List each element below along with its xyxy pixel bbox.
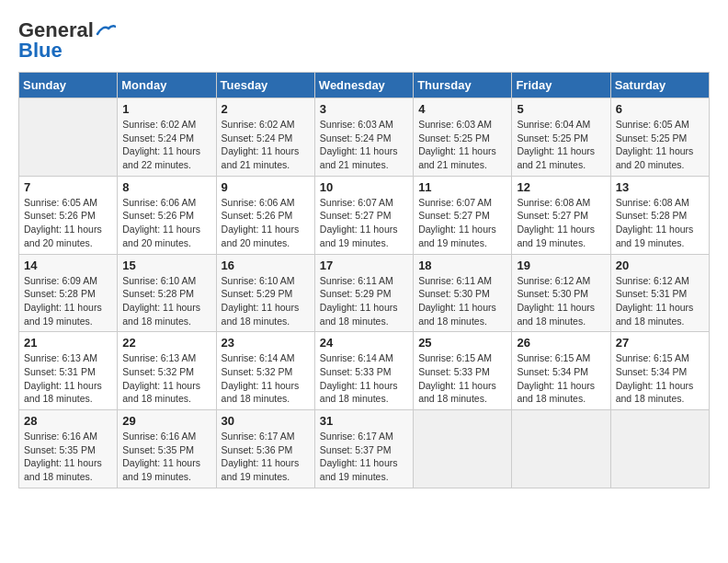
calendar-cell: 9Sunrise: 6:06 AM Sunset: 5:26 PM Daylig…: [216, 176, 314, 254]
day-number: 21: [24, 336, 112, 350]
calendar-cell: 15Sunrise: 6:10 AM Sunset: 5:28 PM Dayli…: [118, 254, 216, 332]
calendar-cell: [610, 410, 709, 488]
weekday-header-friday: Friday: [512, 73, 610, 98]
calendar-cell: 12Sunrise: 6:08 AM Sunset: 5:27 PM Dayli…: [512, 176, 610, 254]
calendar-cell: 28Sunrise: 6:16 AM Sunset: 5:35 PM Dayli…: [19, 410, 118, 488]
day-info: Sunrise: 6:15 AM Sunset: 5:34 PM Dayligh…: [517, 351, 605, 406]
day-number: 4: [418, 102, 506, 116]
day-number: 10: [320, 180, 408, 194]
day-number: 11: [418, 180, 506, 194]
day-info: Sunrise: 6:05 AM Sunset: 5:25 PM Dayligh…: [616, 118, 704, 172]
day-number: 17: [320, 259, 408, 272]
calendar-cell: 14Sunrise: 6:09 AM Sunset: 5:28 PM Dayli…: [19, 254, 118, 332]
day-number: 7: [24, 180, 112, 194]
day-info: Sunrise: 6:08 AM Sunset: 5:27 PM Dayligh…: [517, 196, 605, 250]
calendar-cell: 22Sunrise: 6:13 AM Sunset: 5:32 PM Dayli…: [118, 332, 216, 410]
day-info: Sunrise: 6:06 AM Sunset: 5:26 PM Dayligh…: [122, 196, 210, 250]
logo-blue: Blue: [18, 39, 63, 63]
calendar-cell: 29Sunrise: 6:16 AM Sunset: 5:35 PM Dayli…: [118, 410, 216, 488]
day-number: 3: [320, 102, 408, 116]
weekday-header-tuesday: Tuesday: [216, 73, 314, 98]
day-number: 16: [222, 259, 310, 272]
day-number: 1: [122, 102, 210, 116]
calendar-cell: 23Sunrise: 6:14 AM Sunset: 5:32 PM Dayli…: [216, 332, 314, 410]
calendar-cell: 5Sunrise: 6:04 AM Sunset: 5:25 PM Daylig…: [512, 98, 610, 177]
day-number: 14: [24, 259, 112, 272]
calendar-cell: [512, 410, 610, 488]
calendar-cell: 8Sunrise: 6:06 AM Sunset: 5:26 PM Daylig…: [118, 176, 216, 254]
day-number: 29: [122, 414, 210, 428]
day-number: 18: [418, 259, 506, 272]
day-info: Sunrise: 6:05 AM Sunset: 5:26 PM Dayligh…: [24, 196, 112, 250]
day-info: Sunrise: 6:11 AM Sunset: 5:30 PM Dayligh…: [418, 274, 506, 328]
day-info: Sunrise: 6:12 AM Sunset: 5:30 PM Dayligh…: [517, 274, 605, 328]
day-info: Sunrise: 6:16 AM Sunset: 5:35 PM Dayligh…: [122, 430, 210, 484]
day-info: Sunrise: 6:03 AM Sunset: 5:25 PM Dayligh…: [418, 118, 506, 172]
calendar-cell: 18Sunrise: 6:11 AM Sunset: 5:30 PM Dayli…: [414, 254, 512, 332]
calendar-cell: 6Sunrise: 6:05 AM Sunset: 5:25 PM Daylig…: [610, 98, 709, 177]
day-info: Sunrise: 6:03 AM Sunset: 5:24 PM Dayligh…: [320, 118, 408, 172]
day-number: 20: [616, 259, 704, 272]
calendar-week-1: 1Sunrise: 6:02 AM Sunset: 5:24 PM Daylig…: [19, 98, 710, 177]
day-number: 2: [222, 102, 310, 116]
day-number: 13: [616, 180, 704, 194]
day-info: Sunrise: 6:16 AM Sunset: 5:35 PM Dayligh…: [24, 430, 112, 484]
calendar-body: 1Sunrise: 6:02 AM Sunset: 5:24 PM Daylig…: [19, 98, 710, 488]
day-info: Sunrise: 6:13 AM Sunset: 5:31 PM Dayligh…: [24, 351, 112, 406]
weekday-header-monday: Monday: [118, 73, 216, 98]
day-number: 6: [616, 102, 704, 116]
calendar-cell: 21Sunrise: 6:13 AM Sunset: 5:31 PM Dayli…: [19, 332, 118, 410]
calendar-week-3: 14Sunrise: 6:09 AM Sunset: 5:28 PM Dayli…: [19, 254, 710, 332]
day-info: Sunrise: 6:17 AM Sunset: 5:37 PM Dayligh…: [320, 430, 408, 484]
calendar-cell: 26Sunrise: 6:15 AM Sunset: 5:34 PM Dayli…: [512, 332, 610, 410]
day-info: Sunrise: 6:07 AM Sunset: 5:27 PM Dayligh…: [418, 196, 506, 250]
day-info: Sunrise: 6:14 AM Sunset: 5:33 PM Dayligh…: [320, 351, 408, 406]
calendar-cell: 31Sunrise: 6:17 AM Sunset: 5:37 PM Dayli…: [314, 410, 413, 488]
day-info: Sunrise: 6:08 AM Sunset: 5:28 PM Dayligh…: [616, 196, 704, 250]
day-number: 12: [517, 180, 605, 194]
logo-bird-icon: [96, 23, 116, 38]
calendar-cell: 19Sunrise: 6:12 AM Sunset: 5:30 PM Dayli…: [512, 254, 610, 332]
day-number: 8: [122, 180, 210, 194]
calendar-cell: 3Sunrise: 6:03 AM Sunset: 5:24 PM Daylig…: [314, 98, 413, 177]
page-header: General Blue: [18, 18, 710, 63]
day-info: Sunrise: 6:02 AM Sunset: 5:24 PM Dayligh…: [222, 118, 310, 172]
weekday-header-thursday: Thursday: [414, 73, 512, 98]
weekday-header-wednesday: Wednesday: [314, 73, 413, 98]
calendar-cell: 30Sunrise: 6:17 AM Sunset: 5:36 PM Dayli…: [216, 410, 314, 488]
calendar-table: SundayMondayTuesdayWednesdayThursdayFrid…: [18, 72, 710, 488]
day-number: 30: [222, 414, 310, 428]
day-info: Sunrise: 6:15 AM Sunset: 5:33 PM Dayligh…: [418, 351, 506, 406]
day-number: 24: [320, 336, 408, 350]
calendar-cell: [19, 98, 118, 177]
calendar-header: SundayMondayTuesdayWednesdayThursdayFrid…: [19, 73, 710, 98]
calendar-cell: 20Sunrise: 6:12 AM Sunset: 5:31 PM Dayli…: [610, 254, 709, 332]
day-number: 26: [517, 336, 605, 350]
day-number: 19: [517, 259, 605, 272]
day-number: 22: [122, 336, 210, 350]
calendar-cell: 24Sunrise: 6:14 AM Sunset: 5:33 PM Dayli…: [314, 332, 413, 410]
calendar-cell: 2Sunrise: 6:02 AM Sunset: 5:24 PM Daylig…: [216, 98, 314, 177]
day-number: 23: [222, 336, 310, 350]
day-info: Sunrise: 6:13 AM Sunset: 5:32 PM Dayligh…: [122, 351, 210, 406]
day-info: Sunrise: 6:10 AM Sunset: 5:28 PM Dayligh…: [122, 274, 210, 328]
calendar-week-5: 28Sunrise: 6:16 AM Sunset: 5:35 PM Dayli…: [19, 410, 710, 488]
calendar-cell: 4Sunrise: 6:03 AM Sunset: 5:25 PM Daylig…: [414, 98, 512, 177]
calendar-cell: 13Sunrise: 6:08 AM Sunset: 5:28 PM Dayli…: [610, 176, 709, 254]
logo: General Blue: [18, 18, 116, 63]
calendar-cell: 17Sunrise: 6:11 AM Sunset: 5:29 PM Dayli…: [314, 254, 413, 332]
calendar-cell: 16Sunrise: 6:10 AM Sunset: 5:29 PM Dayli…: [216, 254, 314, 332]
day-number: 28: [24, 414, 112, 428]
weekday-header-sunday: Sunday: [19, 73, 118, 98]
calendar-week-2: 7Sunrise: 6:05 AM Sunset: 5:26 PM Daylig…: [19, 176, 710, 254]
calendar-cell: 10Sunrise: 6:07 AM Sunset: 5:27 PM Dayli…: [314, 176, 413, 254]
day-info: Sunrise: 6:02 AM Sunset: 5:24 PM Dayligh…: [122, 118, 210, 172]
day-info: Sunrise: 6:07 AM Sunset: 5:27 PM Dayligh…: [320, 196, 408, 250]
calendar-cell: 27Sunrise: 6:15 AM Sunset: 5:34 PM Dayli…: [610, 332, 709, 410]
day-info: Sunrise: 6:06 AM Sunset: 5:26 PM Dayligh…: [222, 196, 310, 250]
day-info: Sunrise: 6:12 AM Sunset: 5:31 PM Dayligh…: [616, 274, 704, 328]
weekday-row: SundayMondayTuesdayWednesdayThursdayFrid…: [19, 73, 710, 98]
day-number: 9: [222, 180, 310, 194]
day-info: Sunrise: 6:04 AM Sunset: 5:25 PM Dayligh…: [517, 118, 605, 172]
day-info: Sunrise: 6:14 AM Sunset: 5:32 PM Dayligh…: [222, 351, 310, 406]
